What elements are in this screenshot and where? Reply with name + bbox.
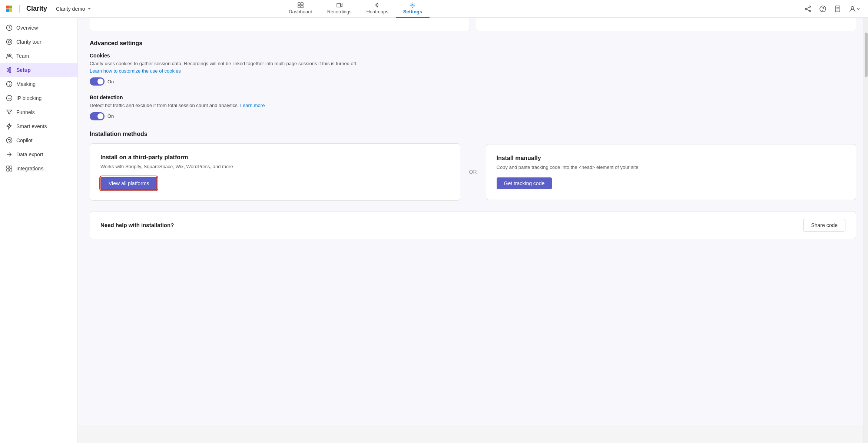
svg-rect-29: [10, 166, 12, 168]
sidebar-item-overview[interactable]: Overview: [0, 21, 77, 35]
bot-detection-title: Bot detection: [90, 94, 856, 100]
svg-rect-4: [337, 3, 341, 7]
svg-point-22: [9, 54, 11, 56]
sidebar-item-setup[interactable]: Setup: [0, 63, 77, 77]
help-icon: [819, 5, 826, 13]
masking-icon: [6, 81, 13, 87]
advanced-settings-section: Advanced settings Cookies Clarity uses c…: [90, 40, 856, 120]
third-party-title: Install on a third-party platform: [100, 154, 450, 161]
nav-right-actions: [803, 4, 862, 14]
sidebar: Overview Clarity tour Team Setup Masking: [0, 18, 78, 425]
clarity-tour-icon: [6, 39, 13, 45]
svg-point-27: [7, 138, 12, 143]
funnels-icon: [6, 109, 13, 116]
cookies-title: Cookies: [90, 53, 856, 59]
logo-area: Clarity: [6, 5, 47, 13]
cookies-learn-more-link[interactable]: Learn how to customize the use of cookie…: [90, 68, 181, 74]
sidebar-label-clarity-tour: Clarity tour: [16, 39, 42, 45]
avatar-chevron-icon: [856, 7, 861, 11]
svg-line-9: [807, 7, 809, 9]
svg-rect-24: [9, 67, 11, 73]
bot-detection-learn-more-link[interactable]: Learn more: [240, 103, 265, 108]
smart-events-icon: [6, 123, 13, 130]
get-tracking-code-button[interactable]: Get tracking code: [497, 177, 552, 189]
svg-point-7: [809, 10, 811, 12]
svg-rect-1: [301, 3, 303, 5]
sidebar-label-setup: Setup: [16, 67, 31, 73]
install-cards-container: Install on a third-party platform Works …: [90, 143, 856, 201]
bot-detection-setting-block: Bot detection Detect bot traffic and exc…: [90, 94, 856, 120]
svg-point-5: [412, 4, 413, 6]
heatmaps-icon: [374, 2, 380, 8]
advanced-settings-title: Advanced settings: [90, 40, 856, 47]
sidebar-label-copilot: Copilot: [16, 137, 33, 143]
third-party-description: Works with Shopify, SquareSpace, Wix, Wo…: [100, 164, 450, 169]
installation-section: Installation methods Install on a third-…: [90, 131, 856, 201]
ip-blocking-icon: [6, 95, 13, 101]
sidebar-item-data-export[interactable]: Data export: [0, 147, 77, 161]
tab-heatmaps-label: Heatmaps: [366, 9, 388, 14]
share-code-button[interactable]: Share code: [803, 219, 845, 232]
bot-detection-toggle-row: On: [90, 112, 856, 120]
dashboard-icon: [298, 2, 304, 8]
cookies-setting-block: Cookies Clarity uses cookies to gather s…: [90, 53, 856, 86]
svg-point-17: [851, 6, 854, 9]
logo-divider: [19, 5, 20, 13]
svg-rect-31: [10, 169, 12, 171]
bot-detection-toggle[interactable]: [90, 112, 105, 120]
svg-point-12: [823, 10, 823, 11]
share-icon: [804, 5, 812, 13]
sidebar-item-ip-blocking[interactable]: IP blocking: [0, 91, 77, 105]
view-all-platforms-button[interactable]: View all platforms: [100, 177, 157, 190]
tab-dashboard[interactable]: Dashboard: [281, 0, 320, 18]
avatar-icon: [849, 5, 856, 13]
help-icon-button[interactable]: [818, 4, 828, 14]
manual-install-title: Install manually: [497, 155, 846, 161]
project-selector[interactable]: Clarity demo: [53, 4, 95, 13]
tab-settings[interactable]: Settings: [396, 0, 430, 18]
sidebar-label-smart-events: Smart events: [16, 123, 47, 129]
sidebar-item-funnels[interactable]: Funnels: [0, 105, 77, 119]
sidebar-item-copilot[interactable]: Copilot: [0, 133, 77, 147]
share-icon-button[interactable]: [803, 4, 813, 14]
main-content: Advanced settings Cookies Clarity uses c…: [78, 0, 868, 425]
sidebar-label-integrations: Integrations: [16, 166, 43, 171]
top-navigation: Clarity Clarity demo Dashboard Recording…: [0, 0, 868, 18]
svg-rect-0: [298, 3, 300, 5]
cookies-toggle[interactable]: [90, 77, 105, 86]
sidebar-item-smart-events[interactable]: Smart events: [0, 119, 77, 133]
svg-point-20: [8, 41, 10, 43]
sidebar-item-integrations[interactable]: Integrations: [0, 161, 77, 176]
cookies-description: Clarity uses cookies to gather session d…: [90, 60, 856, 74]
tab-recordings[interactable]: Recordings: [320, 0, 359, 18]
need-help-section: Need help with installation? Share code: [90, 211, 856, 239]
app-name: Clarity: [26, 5, 47, 13]
scrollbar-thumb[interactable]: [865, 33, 868, 77]
settings-icon: [410, 2, 415, 8]
data-export-icon: [6, 151, 13, 158]
scrollbar[interactable]: [864, 18, 868, 425]
svg-rect-28: [7, 166, 9, 168]
svg-rect-2: [298, 6, 300, 8]
overview-icon: [6, 24, 13, 31]
recordings-icon: [337, 2, 342, 8]
svg-rect-3: [301, 6, 303, 8]
document-icon-button[interactable]: [832, 4, 843, 14]
tab-settings-label: Settings: [403, 9, 422, 14]
user-avatar-button[interactable]: [847, 4, 862, 14]
chevron-down-icon: [87, 6, 92, 11]
cookies-toggle-row: On: [90, 77, 856, 86]
sidebar-label-masking: Masking: [16, 81, 36, 87]
cookies-toggle-label: On: [107, 79, 114, 84]
sidebar-label-data-export: Data export: [16, 151, 43, 157]
sidebar-item-clarity-tour[interactable]: Clarity tour: [0, 35, 77, 49]
sidebar-item-masking[interactable]: Masking: [0, 77, 77, 91]
install-card-manual: Install manually Copy and paste tracking…: [486, 144, 857, 200]
tab-recordings-label: Recordings: [327, 9, 352, 14]
tab-heatmaps[interactable]: Heatmaps: [359, 0, 395, 18]
manual-install-description: Copy and paste tracking code into the <h…: [497, 164, 846, 170]
team-icon: [6, 53, 13, 59]
bot-detection-toggle-label: On: [107, 113, 114, 119]
sidebar-label-funnels: Funnels: [16, 109, 35, 115]
sidebar-item-team[interactable]: Team: [0, 49, 77, 63]
